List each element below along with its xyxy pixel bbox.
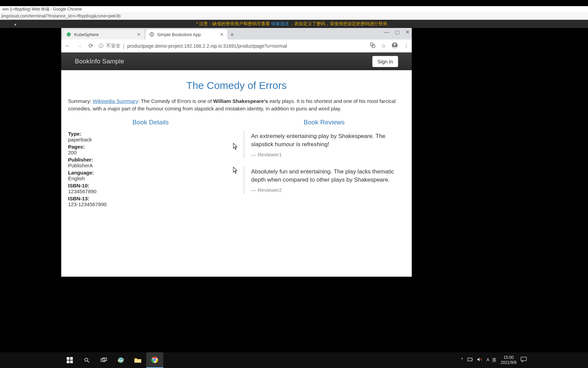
wikipedia-link[interactable]: Wikipedia Summary: [93, 98, 138, 104]
page-url: productpage.demo-project.192.168.2.2.nip…: [127, 43, 287, 49]
tab-label: KubeSphere: [74, 32, 99, 37]
svg-rect-13: [103, 358, 107, 361]
task-view-button[interactable]: [95, 352, 112, 368]
pages-value: 200: [68, 150, 233, 155]
review-text: An extremely entertaining play by Shakes…: [251, 132, 399, 149]
svg-rect-6: [67, 357, 69, 360]
tab-kubesphere[interactable]: KubeSphere ✕: [63, 29, 144, 40]
windows-taskbar: ˄ A 英 15:00 2021/9/9: [0, 352, 588, 368]
tray-chevron-icon[interactable]: ˄: [461, 357, 463, 364]
reviewer-name: Reviewer2: [251, 187, 399, 193]
taskbar-clock[interactable]: 15:00 2021/9/9: [501, 355, 517, 365]
tab-bookstore[interactable]: Simple Bookstore App ✕: [146, 29, 227, 40]
notice-text-suffix: ，若自定义了密码，请使用您设定的密码进行登录。: [290, 21, 392, 26]
search-button[interactable]: [78, 352, 95, 368]
svg-rect-8: [67, 361, 69, 363]
system-tray: ˄ A 英 15:00 2021/9/9: [461, 355, 527, 365]
review-text: Absolutely fun and entertaining. The pla…: [251, 168, 399, 184]
os-address-bar: jingcloud.com/terminal/?instance_id=i-rf…: [0, 12, 588, 20]
star-icon[interactable]: ☆: [381, 43, 386, 49]
svg-point-0: [67, 32, 71, 36]
reviewer-name: Reviewer1: [251, 152, 399, 157]
pages-label: Pages:: [68, 144, 233, 150]
address-bar-row: ← → ⟳ ⓘ 不安全 | productpage.demo-project.1…: [61, 40, 412, 52]
close-icon[interactable]: ✕: [220, 32, 224, 37]
svg-rect-16: [134, 359, 141, 363]
notice-text-prefix: * 注意：缺省的登录用户和密码可查看: [196, 21, 271, 26]
isbn13-label: ISBN-13:: [68, 196, 233, 201]
start-button[interactable]: [61, 352, 78, 368]
forward-button[interactable]: →: [76, 43, 83, 49]
svg-rect-12: [101, 359, 105, 362]
back-button[interactable]: ←: [64, 43, 71, 49]
notice-dropdown-icon[interactable]: ▼: [14, 21, 17, 29]
maximize-button[interactable]: ▢: [395, 29, 399, 35]
svg-rect-7: [70, 357, 73, 360]
translate-icon[interactable]: [370, 42, 376, 50]
clock-time: 15:00: [501, 355, 517, 360]
app-navbar: BookInfo Sample Sign in: [61, 52, 412, 70]
internet-explorer-icon[interactable]: [112, 352, 129, 368]
tab-strip: KubeSphere ✕ Simple Bookstore App ✕ + — …: [61, 28, 412, 40]
svg-point-5: [394, 43, 396, 45]
minimize-button[interactable]: —: [384, 29, 389, 35]
svg-line-11: [87, 361, 89, 363]
chrome-taskbar-icon[interactable]: [146, 352, 163, 368]
publisher-value: PublisherA: [68, 163, 233, 168]
notice-bar: ▼ * 注意：缺省的登录用户和密码可查看 镜像描述 ，若自定义了密码，请使用您设…: [0, 20, 588, 28]
url-box[interactable]: ⓘ 不安全 | productpage.demo-project.192.168…: [99, 43, 365, 49]
summary-text-pre: : The Comedy of Errors is one of: [138, 98, 213, 104]
summary-label: Summary:: [68, 98, 91, 104]
window-controls: — ▢ ✕: [384, 29, 410, 35]
toolbar-right: ☆ ⋮: [370, 42, 409, 50]
close-button[interactable]: ✕: [406, 29, 410, 35]
chrome-window: KubeSphere ✕ Simple Bookstore App ✕ + — …: [61, 28, 412, 277]
isbn10-value: 1234567890: [68, 188, 233, 194]
details-list: Type: paperback Pages: 200 Publisher: Pu…: [68, 131, 233, 207]
profile-icon[interactable]: [391, 42, 398, 50]
details-column: Book Details Type: paperback Pages: 200 …: [68, 119, 233, 208]
file-explorer-icon[interactable]: [129, 352, 146, 368]
ime-indicator-1[interactable]: A: [487, 357, 490, 363]
reviews-column: Book Reviews An extremely entertaining p…: [243, 119, 405, 208]
brand-title: BookInfo Sample: [75, 58, 124, 65]
publisher-label: Publisher:: [68, 157, 233, 163]
notice-link[interactable]: 镜像描述: [271, 21, 289, 26]
review-block: Absolutely fun and entertaining. The pla…: [243, 166, 405, 194]
svg-rect-2: [370, 43, 373, 46]
reviews-heading: Book Reviews: [243, 119, 405, 126]
isbn13-value: 123-1234567890: [68, 201, 233, 207]
reload-button[interactable]: ⟳: [87, 42, 95, 49]
tray-network-icon[interactable]: [468, 357, 473, 363]
svg-line-22: [480, 358, 481, 361]
svg-rect-20: [468, 358, 472, 361]
page-body: BookInfo Sample Sign in The Comedy of Er…: [61, 52, 412, 277]
action-center-icon[interactable]: [521, 357, 527, 364]
svg-rect-3: [372, 45, 375, 47]
summary-author: William Shakespeare's: [213, 98, 268, 104]
close-icon[interactable]: ✕: [137, 32, 141, 37]
globe-favicon-icon: [149, 32, 154, 37]
type-label: Type:: [68, 131, 233, 137]
svg-point-10: [85, 358, 88, 361]
language-label: Language:: [68, 170, 233, 175]
page-content: The Comedy of Errors Summary: Wikipedia …: [61, 70, 412, 217]
sign-in-button[interactable]: Sign in: [372, 56, 398, 67]
clock-date: 2021/9/9: [501, 360, 517, 365]
info-icon[interactable]: ⓘ: [99, 43, 103, 49]
language-value: English: [68, 175, 233, 181]
details-heading: Book Details: [68, 119, 233, 126]
kubesphere-favicon-icon: [66, 32, 71, 37]
insecure-label: 不安全: [106, 43, 120, 49]
os-window-title: -win (i-rfbyp6vg) Web 终端 - Google Chrome: [0, 6, 588, 12]
review-block: An extremely entertaining play by Shakes…: [243, 131, 405, 159]
svg-rect-23: [521, 357, 526, 361]
tray-volume-icon[interactable]: [477, 357, 483, 363]
summary: Summary: Wikipedia Summary: The Comedy o…: [68, 97, 405, 112]
svg-rect-9: [70, 361, 73, 363]
type-value: paperback: [68, 137, 233, 142]
isbn10-label: ISBN-10:: [68, 183, 233, 188]
ime-indicator-2[interactable]: 英: [492, 357, 496, 363]
menu-icon[interactable]: ⋮: [404, 43, 409, 49]
new-tab-button[interactable]: +: [227, 30, 237, 40]
